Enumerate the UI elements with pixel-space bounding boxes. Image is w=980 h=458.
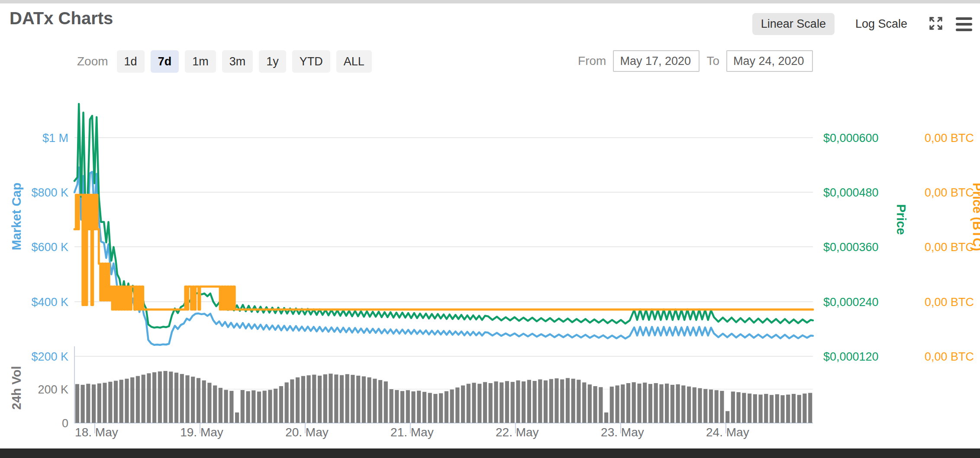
volume-bar: [130, 377, 134, 423]
volume-bar: [643, 383, 647, 423]
price-btc-tick-label: 0,00 BTC: [925, 241, 974, 254]
volume-bar: [185, 375, 189, 423]
volume-bar: [384, 381, 388, 423]
volume-bar: [715, 390, 719, 423]
volume-bar: [681, 385, 685, 423]
market-cap-axis-title: Market Cap: [10, 183, 23, 250]
volume-bar: [604, 413, 608, 423]
volume-bar: [433, 394, 437, 423]
x-axis-date-label: 23. May: [601, 426, 644, 439]
volume-bar: [742, 393, 746, 423]
volume-bar: [323, 374, 327, 423]
volume-bar: [522, 381, 525, 423]
volume-bar: [725, 411, 729, 423]
volume-bar: [97, 384, 101, 423]
volume-bar: [147, 373, 151, 423]
volume-bar: [461, 385, 465, 423]
volume-bar: [759, 395, 763, 423]
volume-bar: [450, 390, 454, 423]
x-axis-date-label: 18. May: [75, 426, 118, 439]
volume-bar: [621, 384, 625, 423]
volume-bar: [439, 393, 443, 423]
chart-plot-area[interactable]: $1 M$800 K$600 K$400 K$200 K$0,000600$0,…: [0, 0, 980, 458]
volume-bar: [263, 391, 267, 423]
volume-bar: [290, 379, 294, 423]
volume-bar: [703, 389, 707, 423]
volume-bar: [610, 387, 614, 423]
volume-bar: [588, 384, 592, 423]
volume-bar: [445, 391, 448, 423]
volume-bar: [334, 374, 338, 423]
volume-bar: [780, 395, 784, 423]
volume-bar: [81, 385, 85, 423]
volume-bar: [792, 394, 796, 423]
volume-bar: [125, 379, 129, 423]
volume-bar: [417, 391, 421, 423]
volume-bar: [616, 385, 619, 423]
volume-bar: [136, 376, 140, 423]
volume-bar: [152, 372, 156, 423]
volume-bar: [351, 375, 355, 423]
price-btc-tick-label: 0,00 BTC: [925, 296, 974, 309]
volume-bar: [455, 387, 459, 423]
volume-bar: [626, 383, 630, 423]
volume-bar: [665, 384, 669, 423]
volume-bar: [582, 382, 586, 423]
x-axis-date-label: 22. May: [496, 426, 539, 439]
volume-bar: [544, 381, 548, 423]
volume-bar: [164, 371, 168, 423]
volume-bar: [477, 384, 481, 423]
volume-bar: [251, 390, 255, 423]
volume-bar: [174, 373, 178, 423]
volume-bar: [748, 393, 751, 423]
volume-bar: [808, 393, 812, 423]
volume-bar: [505, 381, 509, 423]
volume-bar: [577, 380, 580, 423]
datx-charts-page: DATx Charts Linear Scale Log Scale Zoom: [0, 0, 980, 458]
price-tick-label: $0,000360: [823, 241, 879, 254]
volume-bar: [296, 377, 300, 423]
volume-bar: [285, 382, 289, 423]
volume-bar: [775, 394, 779, 423]
volume-bar: [731, 392, 735, 423]
market-cap-tick-label: $1 M: [42, 132, 68, 145]
volume-bar: [229, 391, 233, 423]
volume-bar: [390, 389, 393, 423]
volume-bar: [406, 390, 410, 423]
volume-bar: [114, 381, 118, 423]
volume-bar: [549, 379, 553, 423]
volume-bar: [764, 394, 768, 423]
volume-bar: [560, 379, 564, 423]
volume-bar: [527, 380, 531, 423]
volume-bar: [693, 387, 696, 423]
series-line-btc: [74, 195, 813, 310]
volume-bar: [753, 394, 757, 423]
volume-bar: [213, 385, 217, 423]
price-btc-axis-title: Price (BTC): [970, 183, 980, 251]
price-tick-label: $0,000240: [823, 296, 879, 309]
volume-axis-title: 24h Vol: [10, 366, 23, 410]
volume-bar: [75, 384, 79, 423]
volume-bar: [119, 380, 123, 423]
volume-bar: [279, 386, 283, 423]
volume-bar: [158, 371, 162, 423]
volume-bar: [86, 384, 90, 423]
volume-bar: [301, 376, 305, 423]
volume-bar: [246, 391, 250, 423]
volume-bar: [197, 378, 200, 423]
volume-bar: [362, 376, 366, 423]
volume-bar: [737, 392, 741, 423]
volume-bar: [676, 384, 680, 423]
volume-bar: [637, 384, 641, 423]
volume-bar: [648, 384, 652, 423]
price-tick-label: $0,000480: [823, 186, 879, 199]
volume-bar: [516, 381, 520, 423]
market-cap-tick-label: $200 K: [31, 350, 68, 363]
volume-bar: [538, 379, 542, 423]
volume-bar: [698, 388, 702, 423]
volume-bar: [720, 391, 724, 423]
price-tick-label: $0,000600: [823, 132, 879, 145]
volume-bar: [659, 384, 663, 423]
volume-bar: [219, 388, 222, 423]
volume-bar: [489, 383, 493, 423]
